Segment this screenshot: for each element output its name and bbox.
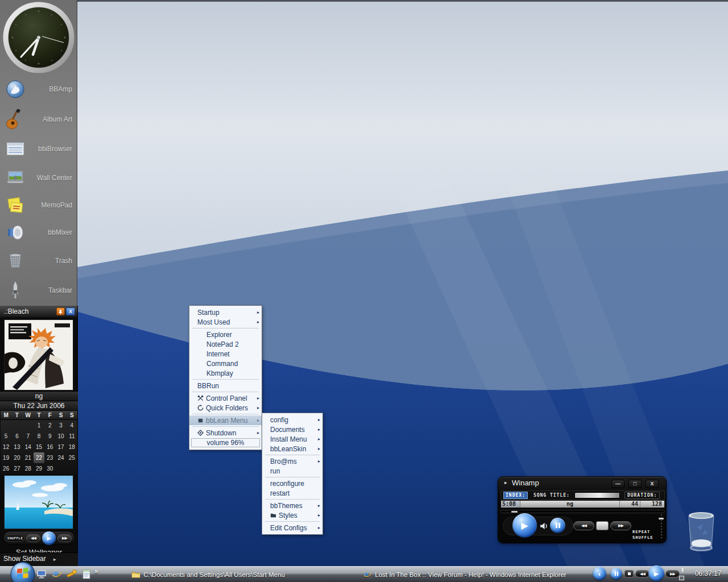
calendar-day[interactable]: 1: [34, 420, 44, 431]
calendar-day[interactable]: 25: [67, 452, 77, 463]
tray-play-icon[interactable]: ▶: [648, 566, 664, 581]
tray-window-icon[interactable]: [679, 576, 684, 580]
monitor-icon[interactable]: [36, 568, 47, 580]
stop-button[interactable]: [596, 521, 609, 530]
repeat-toggle[interactable]: REPEAT: [632, 530, 650, 534]
calendar-day[interactable]: 10: [55, 431, 66, 442]
previous-track-button[interactable]: ◀◀: [26, 534, 40, 542]
shuffle-button[interactable]: SHUFFLE: [6, 535, 24, 542]
bleach-panel-titlebar[interactable]: .:Bleach X: [0, 306, 77, 317]
menu-item-most-used[interactable]: Most Used▸: [189, 317, 262, 327]
menu-item-install-menu[interactable]: Install Menu▸: [262, 434, 322, 444]
menu-item-bblean-menu[interactable]: bbLean Menu▸: [189, 415, 262, 425]
calendar-day[interactable]: 6: [11, 431, 22, 442]
menu-item-notepad-2[interactable]: NotePad 2: [189, 339, 262, 349]
menu-item-explorer[interactable]: Explorer: [189, 330, 262, 339]
calendar-day[interactable]: 7: [23, 431, 34, 442]
dock-item-album-art[interactable]: Album Art: [0, 108, 77, 131]
menu-item-edit-configs[interactable]: Edit Configs▸: [262, 523, 322, 533]
calendar-day[interactable]: 27: [11, 463, 22, 474]
winamp-window[interactable]: ▸ Winamp — □ X INDEX: SONG TITLE: DURATI…: [498, 476, 667, 543]
title-scroll-bar[interactable]: [574, 492, 620, 498]
maximize-icon[interactable]: □: [628, 480, 642, 488]
minimize-icon[interactable]: —: [611, 480, 624, 488]
calendar-day[interactable]: 21: [23, 452, 34, 463]
menu-item-kbmplay[interactable]: Kbmplay: [189, 368, 262, 378]
menu-item-quick-folders[interactable]: Quick Folders▸: [189, 403, 262, 413]
calendar-day[interactable]: 9: [44, 431, 55, 442]
pause-button[interactable]: [550, 518, 565, 533]
winamp-menu-arrow-icon[interactable]: ▸: [504, 480, 507, 485]
calendar-day[interactable]: 13: [11, 442, 22, 452]
dock-item-memopad[interactable]: MemoPad: [0, 194, 77, 217]
menu-item-internet[interactable]: Internet: [189, 349, 262, 359]
calendar-day[interactable]: 20: [11, 452, 22, 463]
calendar-day[interactable]: 17: [55, 442, 66, 452]
tray-pause-icon[interactable]: [610, 568, 622, 580]
tray-previous-icon[interactable]: ◀◀: [635, 570, 650, 577]
menu-item-bro-ms[interactable]: Bro@ms▸: [262, 456, 322, 466]
calendar-day[interactable]: 26: [1, 463, 11, 474]
next-track-button[interactable]: ▶▶: [57, 534, 72, 542]
calendar-day[interactable]: 24: [55, 452, 66, 463]
calendar-day[interactable]: 5: [1, 431, 11, 442]
calendar-day[interactable]: 23: [44, 452, 55, 463]
dock-item-taskbar[interactable]: Taskbar: [0, 279, 77, 302]
volume-icon[interactable]: [539, 521, 549, 531]
menu-item-control-panel[interactable]: Control Panel▸: [189, 393, 262, 403]
calendar-day[interactable]: 14: [23, 442, 34, 452]
tray-next-icon[interactable]: ▶▶: [665, 570, 680, 577]
menu-item-bbthemes[interactable]: bbThemes▸: [262, 501, 322, 510]
start-button[interactable]: [10, 561, 36, 582]
calendar-day[interactable]: 11: [67, 431, 77, 442]
dock-item-bbibrowser[interactable]: bbiBrowser: [0, 138, 77, 160]
menu-item-command[interactable]: Command: [189, 359, 262, 368]
menu-item-documents[interactable]: Documents▸: [262, 425, 322, 434]
index-label[interactable]: INDEX:: [503, 492, 528, 499]
calendar-day[interactable]: 19: [1, 452, 11, 463]
menu-item-restart[interactable]: restart: [262, 488, 322, 498]
close-icon[interactable]: X: [66, 307, 75, 315]
calendar-day[interactable]: 8: [34, 431, 44, 442]
dock-item-bbmixer[interactable]: bbMixer: [0, 221, 77, 244]
previous-track-button[interactable]: ◀◀: [573, 521, 594, 530]
calendar-day[interactable]: 28: [23, 463, 34, 474]
menu-item-volume-96[interactable]: volume 96%: [191, 438, 260, 447]
seek-knob[interactable]: [511, 511, 518, 513]
calendar-day[interactable]: 18: [67, 442, 77, 452]
menu-item-styles[interactable]: Styles▸: [262, 510, 322, 520]
menu-item-config[interactable]: config▸: [262, 415, 322, 425]
menu-item-startup[interactable]: Startup▸: [189, 307, 262, 317]
shuffle-toggle[interactable]: SHUFFLE: [632, 535, 653, 540]
calendar-day[interactable]: 30: [44, 463, 55, 474]
dock-item-bbamp[interactable]: BBAmp: [0, 78, 77, 101]
calendar-day[interactable]: 16: [44, 442, 55, 452]
calendar-day[interactable]: 4: [67, 420, 77, 431]
volume-slider-knob[interactable]: [659, 518, 664, 519]
calendar-day[interactable]: 3: [55, 420, 66, 431]
close-icon[interactable]: X: [646, 480, 659, 488]
tray-collapse-icon[interactable]: ‹: [593, 567, 606, 580]
calendar-day[interactable]: 22: [34, 452, 44, 463]
key-icon[interactable]: [66, 568, 77, 580]
taskbar-task[interactable]: C:\Documents and Settings\All Users\Star…: [109, 568, 307, 581]
next-track-button[interactable]: ▶▶: [610, 521, 631, 530]
menu-item-run[interactable]: run: [262, 466, 322, 476]
quick-launch-overflow-chevron[interactable]: »: [94, 567, 98, 575]
calendar-day[interactable]: 2: [44, 420, 55, 431]
pin-icon[interactable]: [56, 307, 65, 315]
play-button[interactable]: ▶: [512, 513, 537, 538]
taskbar-task[interactable]: eLost In The Box :: View Forum - Help! -…: [361, 568, 569, 581]
play-button[interactable]: ▶: [42, 531, 56, 545]
menu-item-bbleanskin[interactable]: bbLeanSkin▸: [262, 444, 322, 454]
tray-stop-icon[interactable]: [624, 570, 634, 577]
calendar-day[interactable]: 15: [34, 442, 44, 452]
dock-item-trash[interactable]: Trash: [0, 250, 77, 272]
ie-icon[interactable]: e: [51, 568, 63, 580]
dock-item-wall-center[interactable]: Wall Center: [0, 167, 77, 189]
calendar-day[interactable]: 12: [1, 442, 11, 452]
notepad-icon[interactable]: [81, 568, 92, 580]
recycle-bin-icon[interactable]: [685, 509, 718, 555]
menu-item-reconfigure[interactable]: reconfigure: [262, 479, 322, 488]
menu-item-bbrun[interactable]: BBRun: [189, 381, 262, 390]
